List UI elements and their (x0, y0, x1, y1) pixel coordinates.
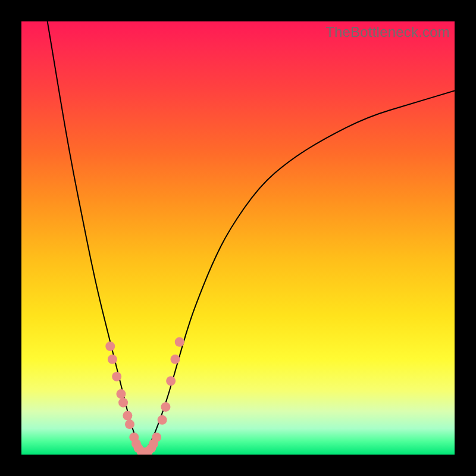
data-marker (112, 372, 121, 381)
data-marker (108, 355, 117, 364)
data-marker (158, 415, 167, 425)
curve-right-branch (143, 90, 455, 455)
data-marker (105, 342, 115, 351)
data-marker (161, 402, 170, 412)
plot-area: TheBottleneck.com (21, 21, 455, 455)
chart-overlay (21, 21, 455, 455)
data-marker (166, 376, 176, 386)
curve-left-branch (48, 21, 143, 455)
data-marker (118, 398, 128, 408)
data-marker (116, 389, 126, 399)
data-markers (105, 337, 184, 455)
chart-frame: TheBottleneck.com (0, 0, 476, 476)
data-marker (123, 411, 132, 420)
data-marker (152, 433, 161, 442)
data-marker (125, 419, 134, 429)
data-marker (175, 337, 184, 347)
watermark-label: TheBottleneck.com (325, 24, 450, 40)
data-marker (170, 355, 180, 364)
